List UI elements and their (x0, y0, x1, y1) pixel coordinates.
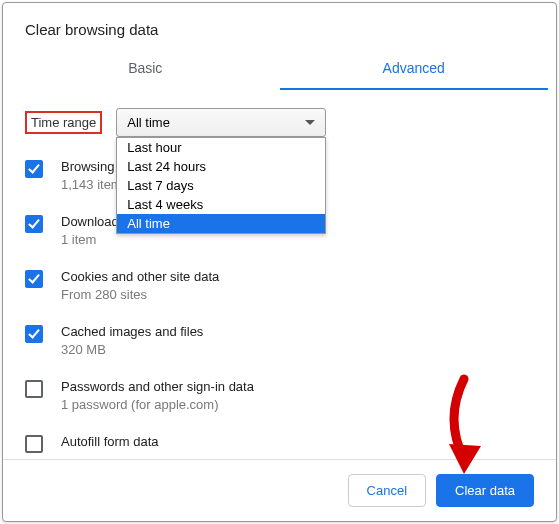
option-last-7-days[interactable]: Last 7 days (117, 176, 325, 195)
option-label: Cookies and other site data (61, 269, 219, 284)
time-range-dropdown: Last hour Last 24 hours Last 7 days Last… (116, 137, 326, 234)
cancel-button[interactable]: Cancel (348, 474, 426, 507)
option-cached: Cached images and files 320 MB (25, 324, 548, 357)
dialog-footer: Cancel Clear data (3, 459, 556, 521)
option-sub: From 280 sites (61, 287, 219, 302)
clear-data-button[interactable]: Clear data (436, 474, 534, 507)
option-text: Cached images and files 320 MB (61, 324, 203, 357)
option-sub: 1 password (for apple.com) (61, 397, 254, 412)
option-text: Passwords and other sign-in data 1 passw… (61, 379, 254, 412)
dialog-title: Clear browsing data (25, 21, 534, 38)
checkbox-autofill[interactable] (25, 435, 43, 453)
option-all-time[interactable]: All time (117, 214, 325, 233)
checkbox-download-history[interactable] (25, 215, 43, 233)
option-last-4-weeks[interactable]: Last 4 weeks (117, 195, 325, 214)
option-passwords: Passwords and other sign-in data 1 passw… (25, 379, 548, 412)
time-range-select[interactable]: All time Last hour Last 24 hours Last 7 … (116, 108, 326, 137)
option-sub: 1 item (61, 232, 161, 247)
checkbox-browsing-history[interactable] (25, 160, 43, 178)
option-label: Cached images and files (61, 324, 203, 339)
time-range-row: Time range All time Last hour Last 24 ho… (25, 108, 548, 137)
option-sub: 320 MB (61, 342, 203, 357)
option-text: Cookies and other site data From 280 sit… (61, 269, 219, 302)
option-last-hour[interactable]: Last hour (117, 138, 325, 157)
checkbox-passwords[interactable] (25, 380, 43, 398)
select-value: All time (127, 115, 170, 130)
select-display[interactable]: All time (116, 108, 326, 137)
option-autofill: Autofill form data (25, 434, 548, 453)
option-cookies: Cookies and other site data From 280 sit… (25, 269, 548, 302)
dialog-header: Clear browsing data (3, 3, 556, 48)
clear-browsing-data-dialog: Clear browsing data Basic Advanced Time … (2, 2, 557, 522)
option-label: Passwords and other sign-in data (61, 379, 254, 394)
tabs: Basic Advanced (3, 48, 556, 90)
time-range-label: Time range (25, 111, 102, 134)
option-label: Autofill form data (61, 434, 159, 449)
checkbox-cached[interactable] (25, 325, 43, 343)
options-scroll[interactable]: Time range All time Last hour Last 24 ho… (3, 90, 556, 459)
option-text: Autofill form data (61, 434, 159, 449)
chevron-down-icon (305, 120, 315, 125)
tab-basic[interactable]: Basic (11, 48, 280, 90)
tab-advanced[interactable]: Advanced (280, 48, 549, 90)
option-last-24-hours[interactable]: Last 24 hours (117, 157, 325, 176)
checkbox-cookies[interactable] (25, 270, 43, 288)
